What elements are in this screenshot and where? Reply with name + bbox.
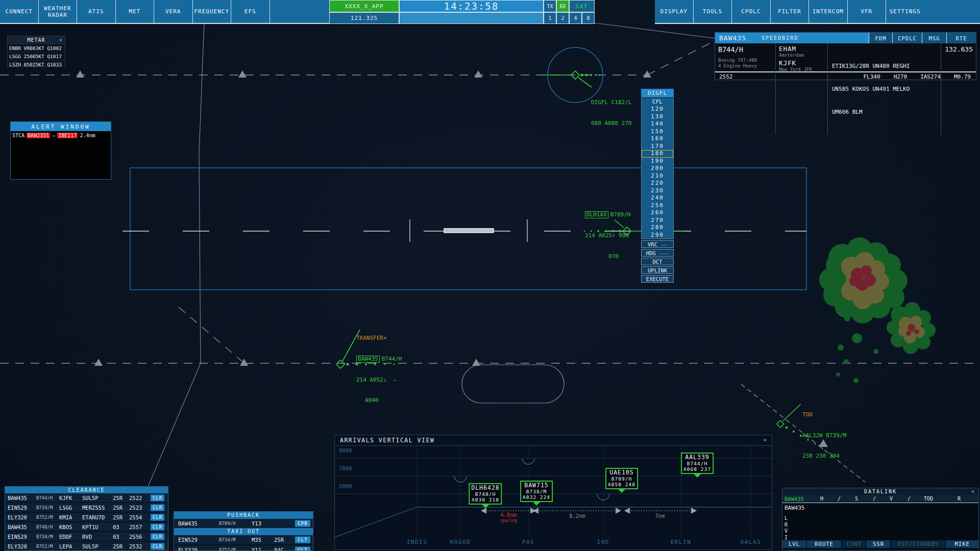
cfl-level-option[interactable]: 120 [642,106,673,113]
datalink-titlebar[interactable]: DATALINK ✖ [782,488,978,495]
lvl-button[interactable]: LVL [782,540,806,548]
datalink-header-item[interactable]: R [958,496,961,502]
cfl-level-option[interactable]: 250 [642,202,673,210]
cfl-level-option[interactable]: 260 [642,209,673,217]
close-icon[interactable]: ✖ [971,489,975,494]
datalink-header-item[interactable]: V [890,496,893,502]
cfl-level-option[interactable]: 270 [642,217,673,224]
menu-button[interactable]: DISPLAY [655,0,694,24]
aircraft-label-aal32w[interactable]: TOD AAL32W B739/M 238 230 294 [802,397,846,473]
clearance-title[interactable]: CLEARANCE [5,487,168,493]
strip-tab-fdm[interactable]: FDM [869,33,892,43]
cfl-level-option[interactable]: 130 [642,113,673,121]
cfl-level-option[interactable]: 150 [642,128,673,136]
vview-aircraft-tag-uae10s[interactable]: UAE10S B789/H A050 248 [605,468,638,489]
clr-button[interactable]: CLR [151,494,164,501]
taxiout-title[interactable]: TAXI OUT [174,528,313,535]
cfl-level-option[interactable]: 190 [642,158,673,165]
vview-aircraft-tag-aal339[interactable]: AAL339 B744/H A068 237 [681,453,714,474]
channel-button[interactable]: 8 [582,12,595,24]
cfl-level-option[interactable]: 210 [642,172,673,180]
strip-com-frequency[interactable]: 132.635 [941,43,976,135]
datalink-header-item[interactable]: TOD [924,496,933,502]
cfl-mode-button[interactable]: CFL [641,97,674,106]
cont-button[interactable]: CONT [842,540,866,548]
mike-button[interactable]: MIKE [946,540,978,548]
menu-button[interactable]: SETTINGS [886,0,925,24]
menu-button[interactable]: FREQUENCY [193,0,232,24]
cfl-level-option[interactable]: 200 [642,165,673,172]
menu-button[interactable]: VFR [848,0,887,24]
rst-standby-button[interactable]: RST/STANDBY [891,540,945,548]
cfl-action-button[interactable]: VRC -- [641,240,674,248]
channel-button[interactable]: 4 [569,12,582,24]
clt-button[interactable]: CLT [295,547,310,551]
menu-button[interactable]: ATIS [77,0,116,24]
clearance-row[interactable]: BAW435 B744/H KJFK SUL5P 25R 2522 CLR [5,493,168,502]
baw435-callsign[interactable]: BAW435 [356,356,380,363]
strip-tab-rte[interactable]: RTE [946,33,976,43]
pushback-title[interactable]: PUSHBACK [174,512,313,519]
datalink-header-item[interactable]: S [855,496,858,502]
sat-indicator[interactable]: SAT [569,0,595,12]
clearance-row[interactable]: BAW435 B748/H KBOS KPT1U 03 2557 CLR [5,521,168,531]
vview-aircraft-tag-baw715[interactable]: BAW715 B738/M A032 224 [520,481,553,502]
stca-alert-row[interactable]: STCA BAW2331 – IBE117 2.4nm [11,131,111,140]
close-icon[interactable]: ✖ [764,438,767,443]
menu-button[interactable]: TOOLS [694,0,732,24]
clr-button[interactable]: CLR [151,504,164,511]
taxiout-row[interactable]: ELY320 B752/M Y11 04C CLT [174,544,313,551]
datalink-selected-callsign[interactable]: BAW435 [785,496,804,502]
clearance-row[interactable]: EIN529 B734/M LSGG MERZS5S 25R 2523 CLR [5,502,168,512]
metar-titlebar[interactable]: METAR ✖ [8,36,65,44]
cfl-level-option[interactable]: 280 [642,224,673,232]
vview-titlebar[interactable]: ARRIVALS VERTICAL VIEW ✖ [335,435,772,446]
menu-button[interactable]: CPDLC [732,0,771,24]
menu-button[interactable]: INTERCOM [809,0,848,24]
alert-callsign-a[interactable]: BAW2331 [27,133,50,138]
clr-button[interactable]: CLR [151,543,164,549]
menu-button[interactable]: EFS [231,0,270,24]
aircraft-label-digfl[interactable]: DIGFL C182/L 080 A080 270 [591,85,631,140]
strip-tab-cpdlc[interactable]: CPDLC [892,33,922,43]
route-button[interactable]: ROUTE [807,540,842,548]
datalink-header-item[interactable]: H [820,496,823,502]
rx-button[interactable]: RX [556,0,569,12]
pushback-row[interactable]: BAW435 B789/H Y13 CPB [174,519,313,528]
cfl-level-option[interactable]: 220 [642,180,673,187]
clearance-row[interactable]: ELY320 B752/M KMIA ETARU7D 25R 2554 CLR [5,512,168,521]
close-icon[interactable]: ✖ [59,38,63,43]
frequency-display[interactable]: 121.325 [329,12,399,24]
cfl-level-option[interactable]: 140 [642,120,673,128]
channel-button[interactable]: 1 [544,12,556,24]
vview-aircraft-tag-dlh6428[interactable]: DLH6428 B748/H A030 210 [469,483,502,505]
ssr-button[interactable]: SSR [867,540,890,548]
cfl-level-option[interactable]: 160 [642,135,673,143]
tx-button[interactable]: TX [544,0,556,12]
cfl-action-button[interactable]: EXECUTE [641,275,674,283]
cpb-button[interactable]: CPB [295,520,310,527]
dlh1ax-callsign[interactable]: DLH1AX [585,211,608,218]
menu-button[interactable]: VERA [154,0,193,24]
alert-titlebar[interactable]: ALERT WINDOW [11,122,111,131]
cfl-level-option[interactable]: 180 [642,150,673,158]
clr-button[interactable]: CLR [151,533,164,540]
cfl-level-option[interactable]: 170 [642,143,673,151]
clr-button[interactable]: CLR [151,523,164,530]
strip-header[interactable]: BAW435 SPEEDBIRD FDM CPDLC MSG RTE [715,33,976,43]
alert-callsign-b[interactable]: IBE117 [57,133,78,138]
cfl-action-button[interactable]: HDG --- [641,249,674,257]
aircraft-label-baw435[interactable]: TRANSFER+ BAW435B744/H 214 A052↓ – A040 [356,321,402,418]
app-name-button[interactable]: XXXX_X_APP [329,0,399,12]
cfl-action-button[interactable]: DCT [641,258,674,265]
cfl-action-button[interactable]: UPLINK [641,266,674,274]
clr-button[interactable]: CLR [151,514,164,520]
cfl-level-option[interactable]: 230 [642,187,673,195]
cfl-level-option[interactable]: 240 [642,194,673,202]
menu-button[interactable]: CONNECT [0,0,39,24]
clearance-row[interactable]: EIN529 B734/M EDDF RVD 03 2556 CLR [5,531,168,541]
menu-button[interactable]: MET [116,0,155,24]
cfl-level-option[interactable]: 290 [642,232,673,239]
menu-button[interactable]: FILTER [771,0,810,24]
aircraft-label-dlh1ax[interactable]: DLH1AXB789/H 214 A025↑ 090 070 [585,197,631,273]
